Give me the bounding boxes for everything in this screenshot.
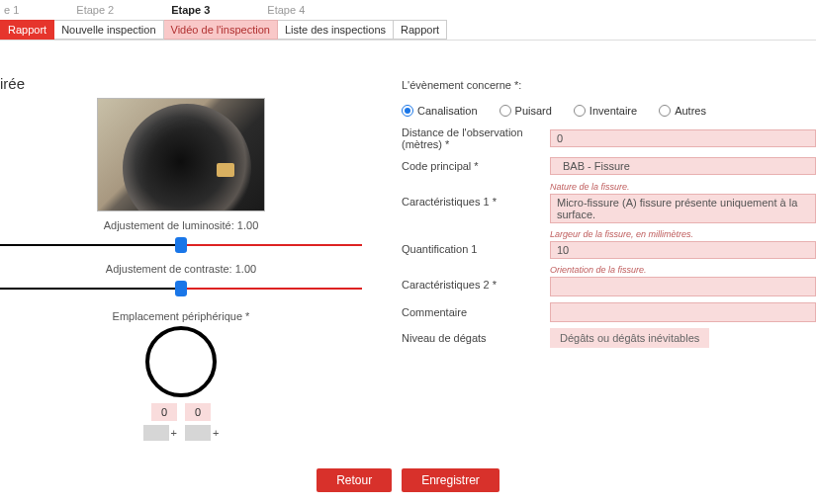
periph-value-1[interactable]: 0 <box>151 403 177 421</box>
contrast-thumb[interactable] <box>175 281 187 296</box>
carac1-field[interactable]: Micro-fissure (A) fissure présente uniqu… <box>550 194 816 223</box>
step-2[interactable]: Etape 2 <box>72 2 118 18</box>
quant-hint: Largeur de la fissure, en millimètres. <box>550 229 816 239</box>
radio-canalisation[interactable]: Canalisation <box>402 105 478 117</box>
periph-value-2[interactable]: 0 <box>185 403 211 421</box>
plus-icon: + <box>213 427 219 439</box>
tab-rapport[interactable]: Rapport <box>0 20 54 40</box>
contrast-slider[interactable] <box>0 279 362 298</box>
tab-nouvelle-inspection[interactable]: Nouvelle inspection <box>54 20 163 40</box>
step-bar: e 1 Etape 2 Etape 3 Etape 4 <box>0 0 816 20</box>
tab-liste-inspections[interactable]: Liste des inspections <box>278 20 394 40</box>
code-field[interactable]: BAB - Fissure <box>550 157 816 175</box>
plus-icon: + <box>171 427 177 439</box>
brightness-thumb[interactable] <box>175 237 187 253</box>
bottom-bar: Retour Enregistrer <box>0 468 816 492</box>
code-label: Code principal * <box>402 160 550 172</box>
tab-rapport-2[interactable]: Rapport <box>394 20 447 40</box>
quant-field[interactable]: 10 <box>550 241 816 259</box>
tab-video-inspection[interactable]: Vidéo de l'inspection <box>164 20 278 40</box>
radio-label: Puisard <box>515 105 552 117</box>
radio-label: Inventaire <box>589 105 637 117</box>
radio-inventaire[interactable]: Inventaire <box>574 105 637 117</box>
niveau-label: Niveau de dégats <box>402 332 550 344</box>
step-1[interactable]: e 1 <box>0 2 23 18</box>
radio-label: Canalisation <box>417 105 478 117</box>
comment-field[interactable] <box>550 302 816 322</box>
back-button[interactable]: Retour <box>317 468 392 492</box>
step-4[interactable]: Etape 4 <box>263 2 309 18</box>
radio-autres[interactable]: Autres <box>659 105 706 117</box>
brightness-slider[interactable] <box>0 235 362 255</box>
niveau-button[interactable]: Dégâts ou dégâts inévitables <box>550 328 709 348</box>
carac2-field[interactable] <box>550 277 816 296</box>
contrast-label: Adjustement de contraste: 1.00 <box>106 263 256 275</box>
periph-stepper-2[interactable] <box>185 425 211 441</box>
concern-radio-group: Canalisation Puisard Inventaire Autres <box>402 105 706 117</box>
distance-field[interactable]: 0 <box>550 129 816 147</box>
carac2-label: Caractéristiques 2 * <box>402 265 550 291</box>
comment-label: Commentaire <box>402 306 550 318</box>
periph-stepper-1[interactable] <box>143 425 169 441</box>
tab-bar: Rapport Nouvelle inspection Vidéo de l'i… <box>0 20 816 41</box>
step-3[interactable]: Etape 3 <box>167 2 214 18</box>
radio-label: Autres <box>675 105 706 117</box>
left-title: irée <box>0 75 362 92</box>
carac1-hint: Nature de la fissure. <box>550 182 816 192</box>
quant-label: Quantification 1 <box>402 229 550 255</box>
carac2-hint: Orientation de la fissure. <box>550 265 816 275</box>
distance-label: Distance de l'observation (mètres) * <box>402 126 550 150</box>
periph-label: Emplacement périphérique * <box>0 310 362 322</box>
radio-puisard[interactable]: Puisard <box>499 105 552 117</box>
periph-circle[interactable] <box>145 326 217 397</box>
video-preview[interactable] <box>97 98 265 211</box>
concern-label: L'évènement concerne *: <box>402 79 550 91</box>
brightness-label: Adjustement de luminosité: 1.00 <box>104 219 259 231</box>
carac1-label: Caractéristiques 1 * <box>402 182 550 208</box>
save-button[interactable]: Enregistrer <box>402 468 499 492</box>
